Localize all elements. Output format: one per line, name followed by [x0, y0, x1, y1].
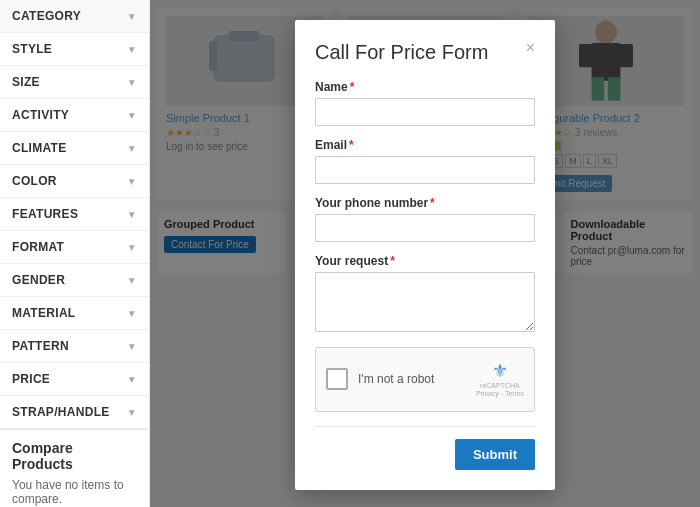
sidebar-item-label: MATERIAL	[12, 306, 76, 320]
recaptcha-icon: ⚜	[492, 360, 508, 382]
request-textarea[interactable]	[315, 272, 535, 332]
recaptcha-brand: reCAPTCHA	[480, 382, 520, 390]
sidebar-item-label: SIZE	[12, 75, 40, 89]
page-wrapper: CATEGORY ▼ STYLE ▼ SIZE ▼ ACTIVITY ▼ CLI…	[0, 0, 700, 507]
name-label: Name*	[315, 80, 535, 94]
phone-label: Your phone number*	[315, 196, 535, 210]
request-label: Your request*	[315, 254, 535, 268]
chevron-down-icon: ▼	[127, 374, 137, 385]
chevron-down-icon: ▼	[127, 11, 137, 22]
email-input[interactable]	[315, 156, 535, 184]
phone-input[interactable]	[315, 214, 535, 242]
modal-footer: Submit	[315, 426, 535, 470]
sidebar-item-size[interactable]: SIZE ▼	[0, 66, 149, 99]
sidebar-item-label: STYLE	[12, 42, 52, 56]
chevron-down-icon: ▼	[127, 77, 137, 88]
chevron-down-icon: ▼	[127, 242, 137, 253]
modal-submit-button[interactable]: Submit	[455, 439, 535, 470]
recaptcha-privacy: Privacy - Terms	[476, 390, 524, 398]
required-star: *	[349, 138, 354, 152]
sidebar-item-strap-handle[interactable]: STRAP/HANDLE ▼	[0, 396, 149, 429]
sidebar-item-label: PATTERN	[12, 339, 69, 353]
name-input[interactable]	[315, 98, 535, 126]
sidebar-item-format[interactable]: FORMAT ▼	[0, 231, 149, 264]
phone-field-group: Your phone number*	[315, 196, 535, 242]
required-star: *	[390, 254, 395, 268]
chevron-down-icon: ▼	[127, 44, 137, 55]
sidebar-item-label: COLOR	[12, 174, 57, 188]
sidebar-item-label: CATEGORY	[12, 9, 81, 23]
email-label: Email*	[315, 138, 535, 152]
chevron-down-icon: ▼	[127, 209, 137, 220]
sidebar-item-features[interactable]: FEATURES ▼	[0, 198, 149, 231]
required-star: *	[430, 196, 435, 210]
sidebar-item-category[interactable]: CATEGORY ▼	[0, 0, 149, 33]
compare-products-section: Compare Products You have no items to co…	[0, 429, 149, 507]
sidebar-item-label: PRICE	[12, 372, 50, 386]
sidebar-item-price[interactable]: PRICE ▼	[0, 363, 149, 396]
sidebar-item-label: CLIMATE	[12, 141, 67, 155]
modal-header: Call For Price Form ×	[315, 40, 535, 64]
recaptcha-checkbox[interactable]	[326, 368, 348, 390]
chevron-down-icon: ▼	[127, 341, 137, 352]
sidebar-item-label: ACTIVITY	[12, 108, 69, 122]
call-for-price-modal: Call For Price Form × Name* Email*	[295, 20, 555, 490]
recaptcha-logo: ⚜ reCAPTCHA Privacy - Terms	[476, 360, 524, 399]
recaptcha-label: I'm not a robot	[358, 372, 476, 386]
sidebar: CATEGORY ▼ STYLE ▼ SIZE ▼ ACTIVITY ▼ CLI…	[0, 0, 150, 507]
compare-products-text: You have no items to compare.	[12, 478, 137, 506]
name-field-group: Name*	[315, 80, 535, 126]
modal-close-button[interactable]: ×	[526, 40, 535, 56]
compare-products-title: Compare Products	[12, 440, 137, 472]
sidebar-item-pattern[interactable]: PATTERN ▼	[0, 330, 149, 363]
modal-overlay: Call For Price Form × Name* Email*	[150, 0, 700, 507]
sidebar-item-label: FEATURES	[12, 207, 78, 221]
chevron-down-icon: ▼	[127, 275, 137, 286]
required-star: *	[350, 80, 355, 94]
sidebar-item-activity[interactable]: ACTIVITY ▼	[0, 99, 149, 132]
chevron-down-icon: ▼	[127, 176, 137, 187]
chevron-down-icon: ▼	[127, 308, 137, 319]
chevron-down-icon: ▼	[127, 407, 137, 418]
sidebar-item-label: FORMAT	[12, 240, 64, 254]
email-field-group: Email*	[315, 138, 535, 184]
chevron-down-icon: ▼	[127, 143, 137, 154]
sidebar-item-material[interactable]: MATERIAL ▼	[0, 297, 149, 330]
main-content: Simple Product 1 ★★★☆☆ 3 Log in to see p…	[150, 0, 700, 507]
chevron-down-icon: ▼	[127, 110, 137, 121]
sidebar-item-gender[interactable]: GENDER ▼	[0, 264, 149, 297]
sidebar-item-label: STRAP/HANDLE	[12, 405, 110, 419]
sidebar-item-color[interactable]: COLOR ▼	[0, 165, 149, 198]
sidebar-item-climate[interactable]: CLIMATE ▼	[0, 132, 149, 165]
sidebar-item-style[interactable]: STYLE ▼	[0, 33, 149, 66]
recaptcha-widget: I'm not a robot ⚜ reCAPTCHA Privacy - Te…	[315, 347, 535, 412]
request-field-group: Your request*	[315, 254, 535, 335]
modal-title: Call For Price Form	[315, 40, 488, 64]
sidebar-item-label: GENDER	[12, 273, 65, 287]
